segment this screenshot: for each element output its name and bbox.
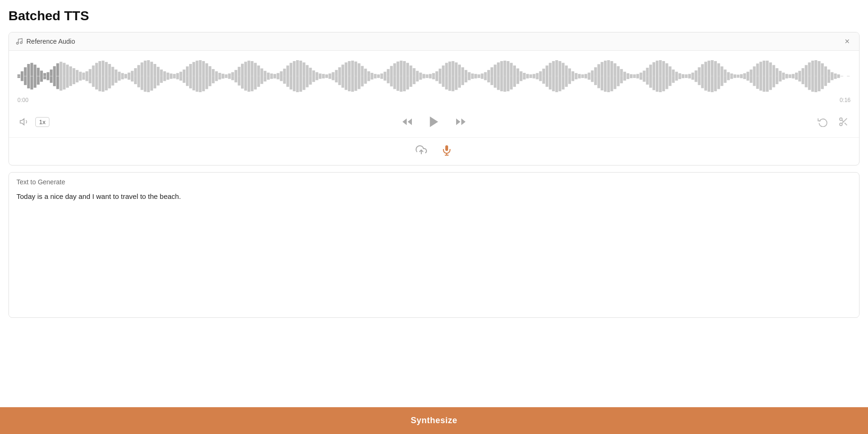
svg-rect-14 bbox=[445, 145, 448, 151]
synthesize-bar: Synthesize bbox=[0, 407, 868, 434]
svg-point-8 bbox=[840, 118, 843, 121]
reference-audio-label: Reference Audio bbox=[26, 38, 75, 45]
close-audio-button[interactable]: × bbox=[842, 36, 852, 47]
undo-icon bbox=[818, 117, 828, 127]
play-button[interactable] bbox=[425, 113, 443, 131]
fast-forward-button[interactable] bbox=[453, 114, 468, 129]
svg-marker-7 bbox=[456, 118, 460, 125]
time-end: 0:16 bbox=[840, 97, 851, 103]
rewind-icon bbox=[402, 116, 413, 127]
audio-card-header: Reference Audio × bbox=[9, 32, 859, 51]
upload-icon bbox=[416, 144, 427, 156]
text-to-generate-card: Text to Generate bbox=[8, 172, 860, 318]
svg-line-11 bbox=[844, 123, 847, 125]
rewind-button[interactable] bbox=[400, 114, 415, 129]
waveform-times: 0:00 0:16 bbox=[17, 95, 851, 107]
scissors-button[interactable] bbox=[836, 115, 851, 129]
right-controls bbox=[816, 115, 851, 129]
upload-mic-row bbox=[9, 137, 859, 165]
speed-button[interactable]: 1x bbox=[35, 117, 49, 127]
svg-marker-4 bbox=[408, 118, 412, 125]
volume-area: 1x bbox=[17, 115, 49, 129]
svg-line-12 bbox=[842, 120, 844, 122]
page-title: Batched TTS bbox=[8, 8, 860, 24]
scissors-icon bbox=[838, 117, 849, 127]
text-to-generate-input[interactable] bbox=[9, 189, 859, 316]
audio-player-card: Reference Audio × 0:00 0:16 1x bbox=[8, 32, 860, 166]
svg-marker-3 bbox=[402, 118, 407, 125]
text-to-generate-label: Text to Generate bbox=[9, 173, 859, 189]
play-icon bbox=[427, 115, 441, 129]
svg-point-0 bbox=[16, 42, 18, 44]
svg-marker-5 bbox=[430, 117, 438, 127]
volume-button[interactable] bbox=[17, 115, 32, 129]
svg-marker-2 bbox=[20, 119, 24, 125]
waveform[interactable] bbox=[17, 57, 851, 95]
music-icon bbox=[16, 38, 23, 45]
svg-point-9 bbox=[840, 123, 843, 126]
time-start: 0:00 bbox=[17, 97, 28, 103]
microphone-icon bbox=[441, 144, 452, 156]
player-controls: 1x bbox=[9, 109, 859, 137]
center-controls bbox=[400, 113, 468, 131]
fast-forward-icon bbox=[455, 116, 466, 127]
waveform-container[interactable]: 0:00 0:16 bbox=[9, 51, 859, 109]
svg-marker-6 bbox=[461, 118, 466, 125]
synthesize-button[interactable]: Synthesize bbox=[0, 416, 868, 426]
upload-audio-button[interactable] bbox=[413, 142, 430, 158]
audio-card-title: Reference Audio bbox=[16, 38, 75, 45]
volume-icon bbox=[19, 117, 30, 127]
record-audio-button[interactable] bbox=[438, 142, 455, 158]
undo-button[interactable] bbox=[816, 115, 830, 129]
svg-point-1 bbox=[20, 42, 22, 44]
